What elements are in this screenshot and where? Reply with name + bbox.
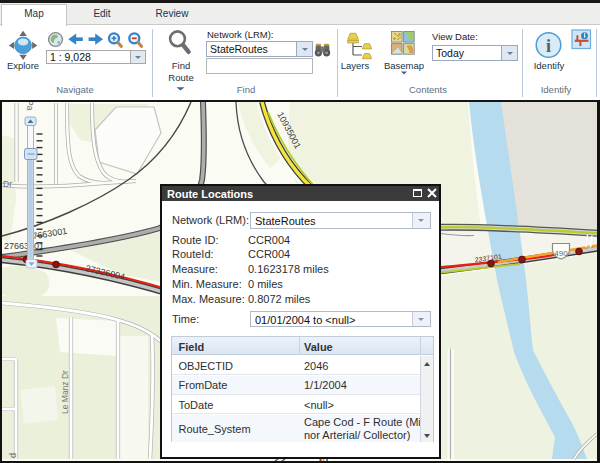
svg-text:Pa: Pa: [25, 102, 35, 111]
svg-text:i: i: [546, 36, 551, 56]
svg-text:Le Manz Dr: Le Manz Dr: [60, 370, 70, 414]
svg-text:490: 490: [554, 249, 568, 258]
svg-text:Dr: Dr: [3, 179, 12, 189]
svg-text:d: d: [8, 453, 18, 458]
